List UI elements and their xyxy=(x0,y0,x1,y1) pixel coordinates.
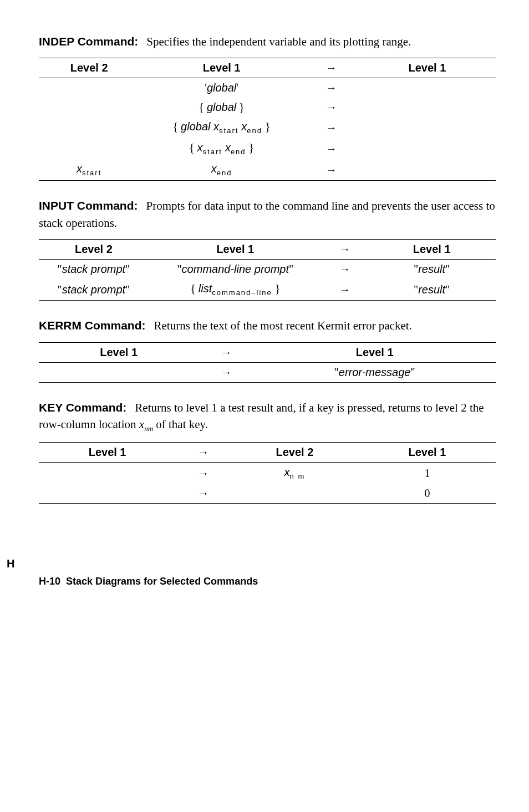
table-cell xyxy=(359,138,496,159)
input-command-block: INPUT Command: Prompts for data input to… xyxy=(39,197,496,301)
kerrm-lead: KERRM Command: Returns the text of the m… xyxy=(39,317,496,334)
indep-h-arrow: → xyxy=(304,58,359,78)
table-row: →xn m1 xyxy=(39,463,496,484)
table-cell: → xyxy=(322,260,368,280)
indep-lead: INDEP Command: Specifies the independent… xyxy=(39,33,496,50)
table-cell: 0 xyxy=(359,484,496,504)
table-cell: → xyxy=(304,159,359,181)
input-table: Level 2 Level 1 → Level 1 "stack prompt"… xyxy=(39,239,496,301)
indep-h-l2: Level 2 xyxy=(39,58,139,78)
key-h-arrow: → xyxy=(176,443,231,463)
table-cell: xn m xyxy=(231,463,359,484)
indep-desc: Specifies the independent variable and i… xyxy=(146,35,411,48)
input-h-r1: Level 1 xyxy=(368,240,496,260)
table-cell: → xyxy=(199,362,253,382)
table-cell: → xyxy=(304,138,359,159)
page-content: INDEP Command: Specifies the independent… xyxy=(39,33,496,504)
page-footer: H-10 Stack Diagrams for Selected Command… xyxy=(39,576,501,587)
indep-title: INDEP Command: xyxy=(39,35,138,48)
table-cell xyxy=(39,362,199,382)
table-cell: { global xstart xend } xyxy=(139,117,304,138)
table-row: { global xstart xend }→ xyxy=(39,117,496,138)
table-cell: 1 xyxy=(359,463,496,484)
table-row: { global }→ xyxy=(39,98,496,117)
table-cell: "stack prompt" xyxy=(39,260,149,280)
input-title: INPUT Command: xyxy=(39,199,138,212)
table-cell xyxy=(39,463,176,484)
kerrm-table: Level 1 → Level 1 →"error-message" xyxy=(39,342,496,383)
section-letter: H xyxy=(7,557,14,570)
input-lead: INPUT Command: Prompts for data input to… xyxy=(39,197,496,231)
table-cell: → xyxy=(176,484,231,504)
table-row: { xstart xend }→ xyxy=(39,138,496,159)
key-h-r2: Level 2 xyxy=(231,443,359,463)
table-cell: "error-message" xyxy=(253,362,496,382)
table-cell xyxy=(39,117,139,138)
table-row: xstartxend→ xyxy=(39,159,496,181)
table-row: "stack prompt""command-line prompt"→"res… xyxy=(39,260,496,280)
indep-table: Level 2 Level 1 → Level 1 'global'→{ glo… xyxy=(39,58,496,181)
table-cell: "stack prompt" xyxy=(39,279,149,301)
indep-command-block: INDEP Command: Specifies the independent… xyxy=(39,33,496,181)
table-cell: { global } xyxy=(139,98,304,117)
table-cell: → xyxy=(304,98,359,117)
key-table: Level 1 → Level 2 Level 1 →xn m1→0 xyxy=(39,442,496,504)
kerrm-h-r1: Level 1 xyxy=(253,342,496,362)
table-row: "stack prompt"{ listcommand–line }→"resu… xyxy=(39,279,496,301)
table-cell: xend xyxy=(139,159,304,181)
table-cell xyxy=(359,117,496,138)
indep-h-r1: Level 1 xyxy=(359,58,496,78)
table-cell xyxy=(39,484,176,504)
key-h-l1: Level 1 xyxy=(39,443,176,463)
indep-h-l1: Level 1 xyxy=(139,58,304,78)
key-lead: KEY Command: Returns to level 1 a test r… xyxy=(39,399,496,434)
table-cell xyxy=(359,159,496,181)
table-row: 'global'→ xyxy=(39,78,496,98)
key-title: KEY Command: xyxy=(39,401,126,414)
table-cell xyxy=(39,138,139,159)
table-cell: → xyxy=(176,463,231,484)
table-cell: "result" xyxy=(368,279,496,301)
table-cell: → xyxy=(304,117,359,138)
key-command-block: KEY Command: Returns to level 1 a test r… xyxy=(39,399,496,504)
table-row: →"error-message" xyxy=(39,362,496,382)
table-cell xyxy=(359,78,496,98)
kerrm-command-block: KERRM Command: Returns the text of the m… xyxy=(39,317,496,382)
input-h-l2: Level 2 xyxy=(39,240,149,260)
table-row: →0 xyxy=(39,484,496,504)
table-cell xyxy=(39,78,139,98)
key-h-r1: Level 1 xyxy=(359,443,496,463)
kerrm-h-arrow: → xyxy=(199,342,253,362)
table-cell xyxy=(359,98,496,117)
table-cell xyxy=(39,98,139,117)
kerrm-title: KERRM Command: xyxy=(39,319,146,332)
kerrm-h-l1: Level 1 xyxy=(39,342,199,362)
table-cell: 'global' xyxy=(139,78,304,98)
table-cell xyxy=(231,484,359,504)
input-h-arrow: → xyxy=(322,240,368,260)
table-cell: → xyxy=(322,279,368,301)
table-cell: → xyxy=(304,78,359,98)
table-cell: xstart xyxy=(39,159,139,181)
table-cell: { xstart xend } xyxy=(139,138,304,159)
table-cell: { listcommand–line } xyxy=(149,279,322,301)
input-h-l1: Level 1 xyxy=(149,240,322,260)
table-cell: "result" xyxy=(368,260,496,280)
table-cell: "command-line prompt" xyxy=(149,260,322,280)
kerrm-desc: Returns the text of the most recent Kerm… xyxy=(154,319,412,332)
